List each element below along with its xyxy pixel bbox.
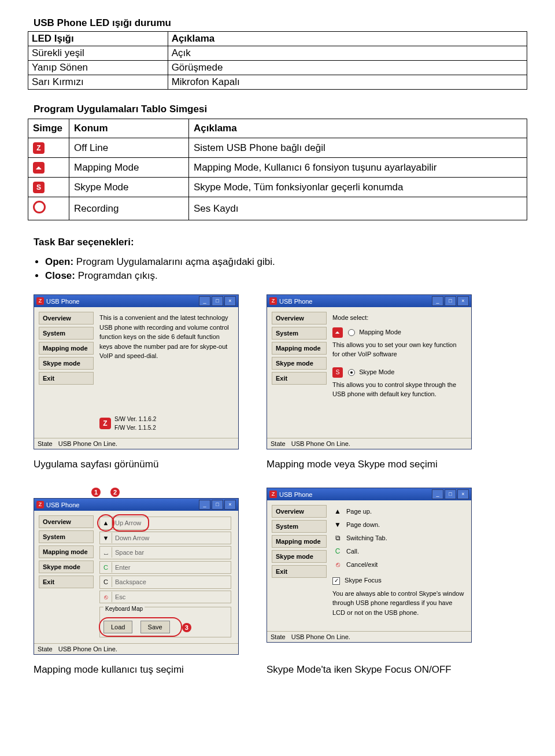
skype-focus-checkbox[interactable]: ✓: [332, 577, 340, 585]
menu-system[interactable]: System: [39, 530, 94, 543]
menu-mapping[interactable]: Mapping mode: [272, 535, 327, 548]
screenshot-overview: Z USB Phone _ □ × Overview System Mappin…: [34, 294, 239, 449]
down-arrow-icon: ▼: [100, 533, 112, 543]
maximize-button[interactable]: □: [212, 500, 223, 510]
side-menu: Overview System Mapping mode Skype mode …: [39, 312, 94, 433]
caption-overview: Uygulama sayfası görünümü: [34, 459, 239, 470]
sim-h2: Konum: [69, 119, 189, 138]
window-title: USB Phone: [279, 491, 312, 498]
key-row[interactable]: CEnter: [99, 561, 231, 574]
maximize-button[interactable]: □: [212, 296, 223, 306]
close-button[interactable]: ×: [457, 296, 469, 306]
mapping-desc: This allows you to set your own key func…: [332, 340, 464, 359]
sim-konum: Skype Mode: [69, 178, 189, 197]
skype-label: Skype Mode: [359, 368, 394, 375]
menu-skype[interactable]: Skype mode: [272, 550, 327, 563]
sim-acik: Sistem USB Phone bağlı değil: [189, 138, 527, 158]
sim-acik: Skype Mode, Tüm fonksiyonlar geçerli kon…: [189, 178, 527, 197]
minimize-button[interactable]: _: [199, 296, 210, 306]
sim-h1: Simge: [28, 119, 69, 138]
menu-exit[interactable]: Exit: [272, 565, 327, 578]
menu-system[interactable]: System: [272, 327, 327, 340]
led-cell: Açık: [168, 46, 527, 61]
minimize-button[interactable]: _: [432, 296, 443, 306]
menu-mapping[interactable]: Mapping mode: [39, 342, 94, 355]
menu-overview[interactable]: Overview: [272, 505, 327, 518]
skype-row: ⧉Switching Tab.: [332, 533, 464, 543]
skype-icon: S: [33, 182, 45, 193]
skype-label: Switching Tab.: [346, 533, 387, 543]
app-icon: Z: [36, 501, 44, 508]
badge-3: 3: [182, 623, 191, 632]
badge-1: 1: [91, 488, 101, 497]
sim-table: Simge Konum Açıklama Z Off Line Sistem U…: [28, 119, 527, 220]
sim-acik: Ses Kaydı: [189, 197, 527, 220]
menu-mapping[interactable]: Mapping mode: [272, 342, 327, 355]
task-list: Open: Program Uygulamalarını açma aşağıd…: [45, 256, 527, 282]
close-button[interactable]: ×: [224, 296, 236, 306]
offline-icon: Z: [99, 418, 111, 429]
call-icon: C: [332, 546, 343, 556]
state-value: USB Phone On Line.: [58, 440, 117, 447]
led-row: Yanıp Sönen Görüşmede: [28, 61, 527, 75]
key-row[interactable]: ⎵Space bar: [99, 546, 231, 559]
maximize-button[interactable]: □: [445, 296, 456, 306]
key-row[interactable]: ⎋Esc: [99, 591, 231, 604]
skype-row: ⎋Cancel/exit: [332, 559, 464, 570]
screenshot-mapping-keys: 1 2 Z USB Phone _ □ × Overview System Ma…: [34, 488, 239, 655]
skype-row: ▼Page down.: [332, 519, 464, 530]
menu-system[interactable]: System: [272, 520, 327, 533]
menu-skype[interactable]: Skype mode: [39, 560, 94, 573]
skype-focus-desc: You are always able to control Skype's w…: [332, 589, 464, 618]
mapping-radio[interactable]: [348, 329, 355, 336]
key-label: Backspace: [112, 576, 231, 588]
led-title: USB Phone LED ışığı durumu: [28, 17, 527, 29]
menu-exit[interactable]: Exit: [39, 372, 94, 385]
app-icon: Z: [269, 297, 277, 305]
caption-mode-select: Mapping mode veya Skype mod seçimi: [267, 459, 472, 470]
close-button[interactable]: ×: [224, 500, 236, 510]
mapping-label: Mapping Mode: [359, 329, 401, 335]
key-label: Space bar: [112, 547, 231, 559]
call-icon: C: [100, 562, 112, 573]
state-label: State: [38, 646, 53, 652]
sw-value: 1.1.6.2: [139, 416, 157, 422]
sim-row: Z Off Line Sistem USB Phone bağlı değil: [28, 138, 527, 158]
app-icon: Z: [36, 297, 44, 305]
skype-radio[interactable]: [348, 369, 355, 376]
space-icon: ⎵: [100, 547, 112, 558]
cancel-icon: ⎋: [332, 559, 343, 570]
sim-row: ⏶ Mapping Mode Mapping Mode, Kullanıcı 6…: [28, 158, 527, 178]
menu-exit[interactable]: Exit: [39, 576, 94, 588]
maximize-button[interactable]: □: [445, 489, 456, 499]
led-cell: Yanıp Sönen: [28, 61, 168, 75]
led-table: LED Işığı Açıklama Sürekli yeşil Açık Ya…: [28, 31, 527, 90]
menu-skype[interactable]: Skype mode: [272, 357, 327, 370]
menu-skype[interactable]: Skype mode: [39, 357, 94, 370]
close-button[interactable]: ×: [457, 489, 469, 499]
sim-konum: Mapping Mode: [69, 158, 189, 178]
esc-icon: ⎋: [100, 592, 112, 602]
highlight-2: [112, 514, 149, 532]
menu-overview[interactable]: Overview: [39, 515, 94, 528]
mode-select-label: Mode select:: [332, 313, 464, 323]
skype-desc: This allows you to control skype through…: [332, 380, 464, 399]
state-value: USB Phone On Line.: [58, 646, 117, 652]
sim-h3: Açıklama: [189, 119, 527, 138]
menu-system[interactable]: System: [39, 327, 94, 340]
led-cell: Sürekli yeşil: [28, 46, 168, 61]
key-row[interactable]: CBackspace: [99, 576, 231, 589]
titlebar: Z USB Phone _ □ ×: [267, 295, 471, 307]
key-row[interactable]: ▼Down Arrow: [99, 532, 231, 545]
led-header-left: LED Işığı: [28, 32, 168, 46]
minimize-button[interactable]: _: [432, 489, 443, 499]
menu-mapping[interactable]: Mapping mode: [39, 545, 94, 558]
menu-overview[interactable]: Overview: [39, 312, 94, 324]
led-cell: Görüşmede: [168, 61, 527, 75]
menu-exit[interactable]: Exit: [272, 372, 327, 385]
sim-acik: Mapping Mode, Kullanıcı 6 fonsiyon tuşun…: [189, 158, 527, 178]
skype-label: Page down.: [346, 520, 380, 530]
menu-overview[interactable]: Overview: [272, 312, 327, 324]
minimize-button[interactable]: _: [199, 500, 210, 510]
led-cell: Mikrofon Kapalı: [168, 75, 527, 90]
